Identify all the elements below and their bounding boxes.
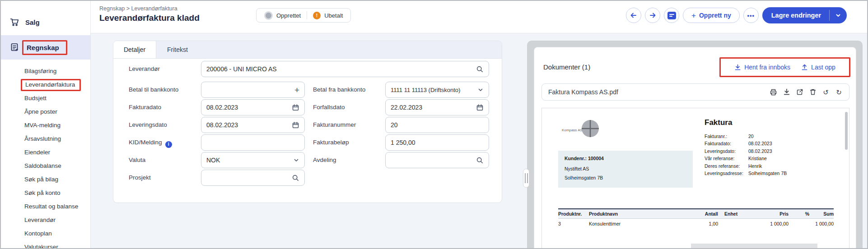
status-created-icon: [264, 11, 273, 20]
pdf-line-items-table: Produktnr. Produktnavn Antall Enhet Pris…: [558, 208, 834, 229]
betal-til-field[interactable]: +: [201, 82, 305, 98]
sidebar-item-kontoplan[interactable]: Kontoplan: [1, 227, 90, 240]
sidebar-item-eiendeler[interactable]: Eiendeler: [1, 146, 90, 159]
sidebar-item-arsavslutning[interactable]: Årsavslutning: [1, 132, 90, 146]
forfallsdato-field[interactable]: 22.02.2023: [385, 99, 489, 115]
search-icon[interactable]: [476, 65, 484, 73]
add-icon[interactable]: +: [294, 86, 299, 94]
app-window: Salg Regnskap Bilagsføring Leverandørfak…: [0, 0, 868, 249]
sidebar-item-label: Salg: [25, 18, 40, 26]
avdeling-label: Avdeling: [313, 152, 384, 168]
kid-melding-field[interactable]: [201, 134, 305, 151]
sidebar-item-budsjett[interactable]: Budsjett: [1, 92, 90, 105]
document-file-row[interactable]: Faktura Kompass AS.pdf: [541, 83, 849, 101]
rotate-left-icon[interactable]: ↺: [822, 88, 830, 96]
avdeling-field[interactable]: [385, 152, 489, 168]
breadcrumb[interactable]: Regnskap > Leverandørfaktura: [99, 5, 177, 12]
calendar-icon[interactable]: [292, 104, 299, 111]
plus-icon: +: [691, 12, 696, 19]
logo-globe-icon: [581, 119, 600, 138]
forward-button[interactable]: [645, 8, 660, 23]
calendar-icon[interactable]: [292, 121, 299, 129]
prosjekt-field[interactable]: [201, 170, 305, 186]
fakturabelop-label: Fakturabeløp: [313, 134, 384, 151]
sidebar-submenu: Bilagsføring Leverandørfaktura Budsjett …: [1, 65, 90, 249]
pdf-preview[interactable]: Kompass AS Faktura Fakturanr.:20 Faktura…: [541, 108, 849, 249]
save-dropdown-button[interactable]: [830, 7, 847, 23]
pdf-invoice-title: Faktura: [705, 118, 732, 127]
forward-arrow-icon: [649, 11, 657, 19]
tab-fritekst[interactable]: Fritekst: [156, 41, 199, 58]
fetch-from-inbox-link[interactable]: Hent fra innboks: [734, 64, 790, 71]
rotate-right-icon[interactable]: ↻: [835, 88, 843, 96]
fakturabelop-field[interactable]: 1 250,00: [385, 134, 489, 151]
sidebar-item-bilagsforing[interactable]: Bilagsføring: [1, 65, 90, 78]
info-icon[interactable]: i: [165, 141, 172, 148]
pdf-customer-box: Kundenr.: 100004 Nystiftet AS Solheimsga…: [558, 151, 693, 188]
leverandor-field[interactable]: 200006 - UNI MICRO AS: [201, 61, 489, 77]
calendar-icon[interactable]: [476, 104, 484, 111]
scrollbar-thumb[interactable]: [845, 112, 848, 150]
annotation-box-leverandorfaktura: Leverandørfaktura: [21, 79, 81, 91]
sidebar-item-regnskap[interactable]: Regnskap: [1, 35, 90, 60]
open-external-icon[interactable]: [796, 88, 803, 96]
print-icon[interactable]: [770, 88, 777, 96]
chevron-down-icon[interactable]: [293, 157, 299, 163]
invoice-form-card: Detaljer Fritekst Leverandør 200006 - UN…: [113, 41, 502, 203]
create-new-button[interactable]: + Opprett ny: [683, 8, 740, 23]
sidebar-item-sok-pa-bilag[interactable]: Søk på bilag: [1, 173, 90, 186]
leveringsdato-label: Leveringsdato: [129, 117, 200, 133]
panel-resize-handle[interactable]: [523, 169, 529, 188]
comments-button[interactable]: [664, 8, 679, 23]
status-badge-created: Opprettet: [258, 11, 307, 20]
betal-til-label: Betal til bankkonto: [129, 82, 200, 98]
sidebar-item-leverandor[interactable]: Leverandør: [1, 213, 90, 227]
sidebar-item-saldobalanse[interactable]: Saldobalanse: [1, 159, 90, 173]
valuta-label: Valuta: [129, 152, 200, 168]
form-tabbar: Detaljer Fritekst: [113, 41, 502, 59]
status-badge-unpaid: ! Ubetalt: [307, 12, 349, 19]
table-header-row: Produktnr. Produktnavn Antall Enhet Pris…: [558, 208, 834, 219]
ellipsis-icon: •••: [747, 12, 755, 19]
back-button[interactable]: [626, 8, 641, 23]
betal-fra-field[interactable]: 1111 11 11113 (Driftskonto): [385, 82, 489, 98]
sidebar-item-apne-poster[interactable]: Åpne poster: [1, 105, 90, 119]
sidebar-item-leverandorfaktura[interactable]: Leverandørfaktura: [1, 78, 90, 92]
trash-icon[interactable]: [809, 88, 817, 96]
table-row: 3 Konsulenttimer 1,00 1 000,00 1 000,00: [558, 219, 834, 229]
search-icon[interactable]: [292, 174, 299, 182]
sidebar-item-sok-pa-konto[interactable]: Søk på konto: [1, 186, 90, 200]
pdf-logo-text: Kompass AS: [562, 128, 583, 132]
fakturadato-field[interactable]: 08.02.2023: [201, 99, 305, 115]
fakturanummer-field[interactable]: 20: [385, 117, 489, 133]
sidebar-item-resultat-og-balanse[interactable]: Resultat og balanse: [1, 200, 90, 213]
sidebar-item-label: Leverandørfaktura: [25, 81, 75, 88]
sidebar-item-salg[interactable]: Salg: [1, 10, 90, 34]
chevron-down-icon[interactable]: [477, 87, 484, 93]
status-badge-group: Opprettet ! Ubetalt: [256, 8, 351, 23]
sidebar: Salg Regnskap Bilagsføring Leverandørfak…: [1, 1, 91, 249]
sidebar-item-label: Regnskap: [27, 44, 59, 51]
upload-link[interactable]: Last opp: [801, 64, 835, 71]
sidebar-item-valutakurser[interactable]: Valutakurser: [1, 240, 90, 249]
back-arrow-icon: [630, 11, 638, 19]
valuta-field[interactable]: NOK: [201, 152, 305, 168]
forfallsdato-label: Forfallsdato: [313, 99, 384, 115]
kid-melding-label: KID/Meldingi: [129, 134, 200, 151]
save-button[interactable]: Lagre endringer: [762, 7, 829, 23]
status-unpaid-icon: !: [313, 12, 321, 19]
leveringsdato-field[interactable]: 08.02.2023: [201, 117, 305, 133]
chevron-down-icon: [835, 12, 841, 18]
annotation-box-doc-actions: Hent fra innboks Last opp: [719, 57, 850, 77]
upload-icon: [801, 64, 808, 71]
sidebar-item-mva-melding[interactable]: MVA-melding: [1, 119, 90, 132]
fakturanummer-label: Fakturanummer: [313, 117, 384, 133]
header-actions: + Opprett ny ••• Lagre endringer: [626, 7, 847, 23]
tab-detaljer[interactable]: Detaljer: [113, 41, 156, 58]
download-icon: [734, 64, 741, 71]
search-icon[interactable]: [476, 157, 484, 164]
more-options-button[interactable]: •••: [743, 8, 759, 23]
download-file-icon[interactable]: [783, 88, 790, 96]
prosjekt-label: Prosjekt: [129, 170, 200, 186]
file-name: Faktura Kompass AS.pdf: [548, 88, 618, 96]
